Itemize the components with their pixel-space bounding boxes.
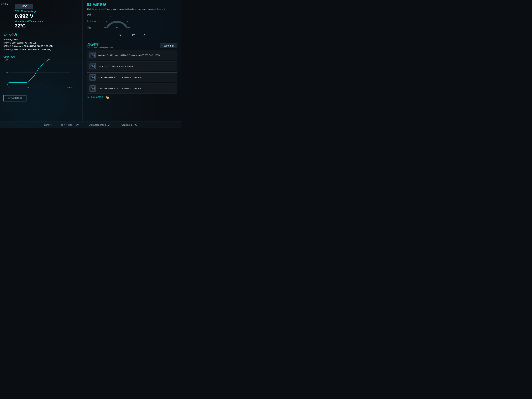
boot-drag-handle-2[interactable]: ⠿ xyxy=(172,76,175,79)
sata-item: SATA6G_1: N/A xyxy=(3,38,79,41)
boot-item[interactable]: UEFI: General UDisk 5.00, Partition 1 (1… xyxy=(87,72,177,82)
fan-adjust-button[interactable]: 手动风扇调整 xyxy=(3,95,26,101)
bottom-faq[interactable]: Search on FAQ xyxy=(121,124,137,126)
bottom-faq-label: Search on FAQ xyxy=(121,124,137,126)
bottom-advanced-label: Advanced Mode(F7)|→ xyxy=(89,124,113,126)
bottom-default-label: 默认(F5) xyxy=(44,123,52,126)
boot-drag-handle-3[interactable]: ⠿ xyxy=(172,87,175,90)
top-stats: 40°C CPU Core Voltage 0.992 V Motherboar… xyxy=(15,4,79,29)
svg-rect-19 xyxy=(91,54,92,55)
switch-all-button[interactable]: Switch all xyxy=(160,43,177,48)
boot-menu-icon: ✳ xyxy=(87,96,89,99)
main-content: ature 40°C CPU Core Voltage 0.992 V Moth… xyxy=(0,0,181,121)
boot-disk-icon-1 xyxy=(89,63,96,70)
sata-item: SATA6G_3: Samsung SSD 850 EVO 120GB (120… xyxy=(3,44,79,48)
boot-drag-handle-1[interactable]: ⠿ xyxy=(172,65,175,68)
boot-menu-label[interactable]: 启动菜单(F8) xyxy=(91,96,104,99)
chart-area xyxy=(8,59,70,86)
boot-disk-icon-2 xyxy=(89,74,96,81)
svg-point-18 xyxy=(92,55,93,56)
svg-rect-31 xyxy=(91,87,92,88)
svg-rect-23 xyxy=(91,65,92,66)
cpu-temp-badge: 40°C xyxy=(15,4,33,9)
svg-line-7 xyxy=(106,21,107,22)
svg-point-26 xyxy=(92,77,93,78)
x-label-100: 100 xyxy=(67,87,70,89)
sata-title: SATA 信息 xyxy=(3,33,79,37)
mb-temp-label: Motherboard Temperature xyxy=(15,20,79,23)
svg-rect-27 xyxy=(91,76,92,77)
x-label-0: 0 xyxy=(8,87,10,89)
x-label-30: 30 xyxy=(27,87,29,89)
bios-page: ature 40°C CPU Core Voltage 0.992 V Moth… xyxy=(0,0,181,128)
boot-title: 启动顺序 xyxy=(87,43,114,47)
sata-item: SATA6G_2: ST9500325AS (500.1GB) xyxy=(3,41,79,45)
svg-line-11 xyxy=(127,21,128,22)
boot-items-list: Windows Boot Manager (SATA6G_3: Samsung … xyxy=(87,50,177,94)
svg-point-15 xyxy=(117,27,117,28)
cpu-voltage-value: 0.992 V xyxy=(15,13,79,19)
right-panel: EZ 系统调整 Click the icon to specify your p… xyxy=(82,0,181,121)
ez-description: Click the icon to specify your preferred… xyxy=(87,8,177,11)
gauge-row: 安静 Performance 节能 xyxy=(87,12,177,31)
bottom-advanced[interactable]: Advanced Mode(F7)|→ xyxy=(89,124,113,126)
partial-left-text: ature xyxy=(0,2,8,5)
sata-item: SATA6G_4: WDC WD10EZEX-22MFCA0 (1000.2GB… xyxy=(3,48,79,51)
svg-line-8 xyxy=(111,17,111,18)
nav-row: < 一般 > xyxy=(87,33,177,37)
boot-item-label-2: UEFI: General UDisk 5.00, Partition 1 (1… xyxy=(98,76,170,79)
chart-y-axis: 100 50 0 xyxy=(3,59,8,86)
nav-current-label: 一般 xyxy=(130,33,135,37)
sata-items: SATA6G_1: N/ASATA6G_2: ST9500325AS (500.… xyxy=(3,38,79,51)
boot-item-label-1: SATA6G_2: ST9500325AS (476940MB) xyxy=(98,65,170,67)
boot-disk-icon-0 xyxy=(89,52,96,58)
boot-menu-hand-icon: 👋 xyxy=(106,95,109,99)
boot-menu-row[interactable]: ✳ 启动菜单(F8) 👋 xyxy=(87,95,177,99)
boot-item[interactable]: UEFI: General UDisk 5.00, Partition 2 (1… xyxy=(87,83,177,94)
boot-item[interactable]: Windows Boot Manager (SATA6G_3: Samsung … xyxy=(87,50,177,60)
y-label-0: 0 xyxy=(3,84,8,86)
fan-btn-row: 手动风扇调整 xyxy=(3,95,79,101)
chart-y-unit: % xyxy=(4,56,5,58)
ez-title: EZ 系统调整 xyxy=(87,2,177,7)
svg-point-30 xyxy=(92,88,93,89)
bottom-save-exit[interactable]: 保存并退出（F10） xyxy=(61,123,81,126)
mode-quiet[interactable]: 安静 xyxy=(87,13,101,16)
bottom-save-exit-label: 保存并退出（F10） xyxy=(61,123,81,126)
nav-prev-arrow[interactable]: < xyxy=(119,33,121,37)
cpu-voltage-label: CPU Core Voltage xyxy=(15,10,79,13)
svg-point-22 xyxy=(92,66,93,67)
gauge-dial xyxy=(104,12,130,31)
bottom-bar: 默认(F5) 保存并退出（F10） Advanced Mode(F7)|→ Se… xyxy=(0,121,181,128)
chart-x-axis: 0 30 70 100 xyxy=(8,87,70,89)
sata-section: SATA 信息 SATA6G_1: N/ASATA6G_2: ST9500325… xyxy=(3,33,79,51)
svg-line-10 xyxy=(122,17,123,18)
nav-next-arrow[interactable]: > xyxy=(143,33,146,37)
y-label-50: 50 xyxy=(3,71,8,73)
boot-drag-handle-0[interactable]: ⠿ xyxy=(172,53,175,57)
left-panel: ature 40°C CPU Core Voltage 0.992 V Moth… xyxy=(0,0,82,121)
boot-item-label-3: UEFI: General UDisk 5.00, Partition 2 (1… xyxy=(98,87,170,90)
fan-title: CPU FAN xyxy=(3,55,79,58)
chart-x-unit: °C xyxy=(70,87,72,89)
mode-eco[interactable]: 节能 xyxy=(87,26,101,29)
boot-disk-icon-3 xyxy=(89,85,96,92)
fan-section: CPU FAN % 100 50 0 xyxy=(3,55,79,120)
boot-header: 启动顺序 Choose one and drag the items. Swit… xyxy=(87,43,177,49)
fan-chart: % 100 50 0 xyxy=(3,59,72,90)
bottom-default[interactable]: 默认(F5) xyxy=(44,123,52,126)
boot-subtitle: Choose one and drag the items. xyxy=(87,47,114,49)
boot-item-label-0: Windows Boot Manager (SATA6G_3: Samsung … xyxy=(98,54,170,56)
boot-item[interactable]: SATA6G_2: ST9500325AS (476940MB)⠿ xyxy=(87,61,177,71)
boot-title-block: 启动顺序 Choose one and drag the items. xyxy=(87,43,114,49)
x-label-70: 70 xyxy=(47,87,49,89)
ez-section: EZ 系统调整 Click the icon to specify your p… xyxy=(87,2,177,40)
y-label-100: 100 xyxy=(3,59,8,61)
mb-temp-value: 32°C xyxy=(15,23,79,29)
mode-performance[interactable]: Performance xyxy=(87,20,101,22)
boot-section: 启动顺序 Choose one and drag the items. Swit… xyxy=(87,43,177,120)
gauge-labels: 安静 Performance 节能 xyxy=(87,13,101,29)
